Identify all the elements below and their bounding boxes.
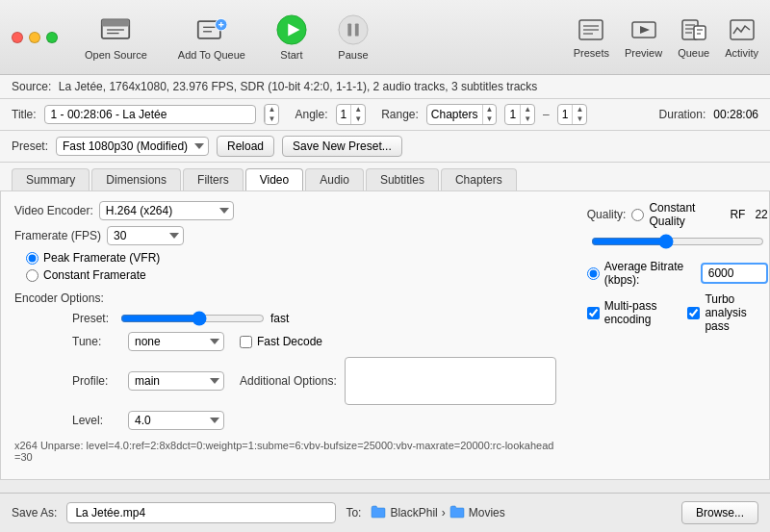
close-button[interactable] (12, 32, 23, 43)
quality-row: Quality: Constant Quality RF 22 (587, 201, 768, 228)
activity-label: Activity (725, 47, 758, 59)
range-start-stepper[interactable]: 1 ▲ ▼ (504, 104, 535, 125)
unparse-text: x264 Unparse: level=4.0:ref=2:8x8dct=0:w… (14, 438, 556, 465)
destination-path: BlackPhil › Movies (371, 505, 504, 521)
path-part2: Movies (469, 506, 505, 519)
presets-button[interactable]: Presets (574, 16, 609, 59)
range-end-stepper[interactable]: 1 ▲ ▼ (557, 104, 588, 125)
fast-decode-checkbox[interactable] (240, 336, 252, 348)
source-value: La Jetée, 1764x1080, 23.976 FPS, SDR (10… (59, 80, 538, 93)
peak-framerate-option[interactable]: Peak Framerate (VFR) (26, 251, 556, 265)
framerate-select[interactable]: 30 (107, 226, 184, 245)
additional-options-textarea[interactable] (345, 357, 556, 405)
title-stepper[interactable]: ▲ ▼ (264, 104, 280, 125)
reload-button[interactable]: Reload (217, 136, 274, 157)
duration-value: 00:28:06 (713, 108, 758, 121)
level-row: Level: 4.0 (72, 411, 556, 430)
add-to-queue-icon (196, 14, 227, 45)
duration-label: Duration: (659, 108, 706, 121)
bottom-bar: Save As: To: BlackPhil › Movies Browse..… (0, 493, 770, 532)
title-input[interactable] (44, 105, 256, 124)
video-encoder-select[interactable]: H.264 (x264) (99, 201, 234, 220)
title-label: Title: (12, 108, 37, 121)
add-to-queue-button[interactable]: Add To Queue (170, 11, 253, 64)
constant-framerate-label: Constant Framerate (43, 268, 146, 282)
queue-icon (680, 16, 707, 43)
minimize-button[interactable] (29, 32, 40, 43)
pause-label: Pause (338, 49, 368, 61)
preset-select[interactable]: Fast 1080p30 (Modified) (56, 137, 209, 156)
turbo-checkbox[interactable] (687, 307, 700, 319)
svg-marker-20 (640, 26, 650, 34)
tab-video[interactable]: Video (245, 168, 303, 190)
start-label: Start (280, 49, 302, 61)
tab-subtitles[interactable]: Subtitles (366, 168, 439, 190)
constant-quality-radio[interactable] (631, 209, 644, 221)
activity-icon (729, 16, 756, 43)
preview-button[interactable]: Preview (625, 16, 662, 59)
video-settings: Video Encoder: H.264 (x264) Framerate (F… (14, 201, 756, 465)
tune-select[interactable]: none (128, 332, 224, 351)
save-new-preset-button[interactable]: Save New Preset... (282, 136, 402, 157)
fast-decode-label: Fast Decode (257, 335, 322, 348)
fast-decode-option[interactable]: Fast Decode (240, 335, 322, 348)
avg-bitrate-option[interactable]: Average Bitrate (kbps): (587, 260, 695, 287)
encoder-preset-label: Preset: (72, 312, 115, 325)
rf-slider[interactable] (591, 234, 764, 249)
additional-options-label: Additional Options: (240, 374, 337, 388)
multipass-checkbox[interactable] (587, 307, 600, 319)
encoder-options-section: Encoder Options: Preset: fast Tune: none (14, 291, 556, 430)
activity-button[interactable]: Activity (725, 16, 758, 59)
preview-icon (630, 16, 657, 43)
open-source-button[interactable]: Open Source (77, 11, 155, 64)
content-area: Video Encoder: H.264 (x264) Framerate (F… (0, 191, 770, 480)
source-bar: Source: La Jetée, 1764x1080, 23.976 FPS,… (0, 75, 770, 99)
angle-label: Angle: (295, 108, 327, 121)
presets-icon (578, 16, 604, 43)
queue-button[interactable]: Queue (678, 16, 709, 59)
range-dash: – (543, 108, 550, 121)
tab-filters[interactable]: Filters (183, 168, 244, 190)
constant-framerate-option[interactable]: Constant Framerate (26, 268, 556, 282)
tune-label: Tune: (72, 335, 120, 348)
constant-quality-label: Constant Quality (649, 201, 716, 228)
preset-slider[interactable] (120, 311, 265, 326)
avg-bitrate-radio[interactable] (587, 267, 600, 280)
multipass-option[interactable]: Multi-pass encoding (587, 299, 668, 326)
constant-framerate-radio[interactable] (26, 269, 38, 282)
framerate-row: Framerate (FPS) 30 (14, 226, 556, 245)
avg-bitrate-label: Average Bitrate (kbps): (604, 260, 695, 287)
tab-chapters[interactable]: Chapters (441, 168, 517, 190)
turbo-option[interactable]: Turbo analysis pass (687, 292, 767, 333)
tab-dimensions[interactable]: Dimensions (91, 168, 181, 190)
browse-button[interactable]: Browse... (681, 501, 758, 524)
range-start-value: 1 (505, 106, 520, 123)
tab-summary[interactable]: Summary (12, 168, 90, 190)
rf-label: RF (730, 208, 745, 221)
angle-stepper[interactable]: 1 ▲ ▼ (336, 104, 367, 125)
multipass-row: Multi-pass encoding Turbo analysis pass (587, 292, 768, 333)
start-button[interactable]: Start (269, 11, 315, 64)
toolbar-right: Presets Preview (574, 16, 758, 59)
multipass-label: Multi-pass encoding (604, 299, 668, 326)
svg-point-12 (339, 14, 368, 43)
avg-bitrate-input[interactable] (701, 263, 768, 284)
range-type-select[interactable]: Chapters ▲ ▼ (426, 104, 498, 125)
profile-select[interactable]: main (128, 371, 224, 391)
video-encoder-label: Video Encoder: (14, 204, 93, 217)
preset-slider-row: Preset: fast (72, 311, 556, 326)
pause-button[interactable]: Pause (330, 11, 376, 64)
svg-rect-13 (347, 23, 351, 36)
framerate-radio-group: Peak Framerate (VFR) Constant Framerate (26, 251, 556, 282)
path-part1: BlackPhil (390, 506, 437, 519)
presets-label: Presets (574, 47, 609, 59)
angle-value: 1 (337, 106, 351, 123)
rf-value: 22 (755, 208, 767, 221)
fullscreen-button[interactable] (46, 32, 58, 43)
constant-quality-option[interactable]: Constant Quality (631, 201, 716, 228)
tab-audio[interactable]: Audio (305, 168, 364, 190)
level-label: Level: (72, 414, 120, 427)
save-as-input[interactable] (66, 502, 336, 523)
peak-framerate-radio[interactable] (26, 252, 38, 265)
level-select[interactable]: 4.0 (128, 411, 224, 430)
